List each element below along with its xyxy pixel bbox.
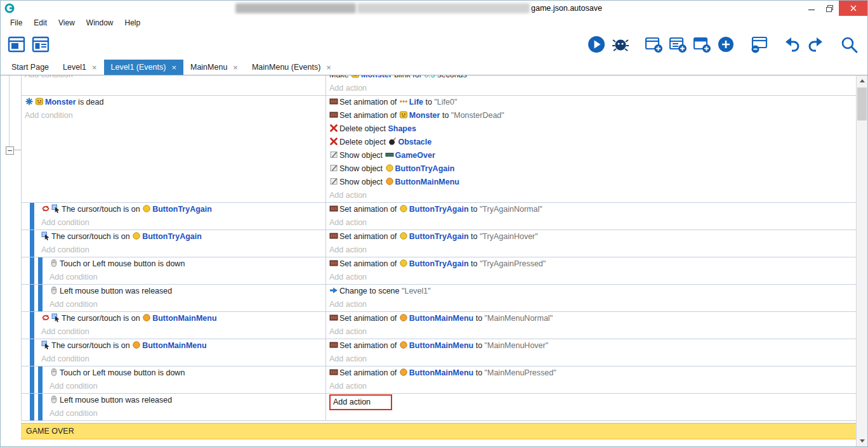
conditions-cell[interactable]: The cursor/touch is on ButtonTryAgainAdd…	[38, 203, 326, 230]
conditions-cell[interactable]: The cursor/touch is on ButtonTryAgainAdd…	[38, 230, 326, 257]
add-link[interactable]: Add condition	[49, 382, 98, 391]
event-line: Add action	[326, 271, 858, 284]
add-link[interactable]: Add action	[329, 245, 367, 254]
parameter-value: "TryAgainNormal"	[480, 205, 542, 214]
add-link[interactable]: Add action	[329, 382, 367, 391]
vertical-scrollbar[interactable]	[856, 75, 867, 446]
conditions-cell[interactable]: Touch or Left mouse button is downAdd co…	[46, 257, 326, 284]
scene-editor-icon[interactable]	[7, 35, 26, 54]
add-link[interactable]: Add condition	[49, 300, 98, 309]
subevent-indent-bar	[30, 339, 34, 366]
conditions-cell[interactable]: Left mouse button was releasedAdd condit…	[46, 285, 326, 311]
menu-window[interactable]: Window	[81, 18, 119, 27]
add-link[interactable]: Add action	[329, 327, 367, 336]
search-icon[interactable]	[839, 35, 858, 54]
add-link[interactable]: Add condition	[41, 245, 89, 254]
add-link[interactable]: Add action	[329, 218, 367, 227]
actions-cell[interactable]: Add action	[326, 394, 858, 420]
event-line: Left mouse button was released	[46, 285, 326, 298]
add-subevent-icon[interactable]	[668, 35, 687, 54]
add-comment-icon[interactable]	[692, 35, 711, 54]
conditions-cell[interactable]: Left mouse button was releasedAdd condit…	[46, 394, 326, 420]
add-link[interactable]: Add condition	[49, 409, 98, 418]
number-value: 0.5	[424, 75, 435, 79]
minimize-button[interactable]	[802, 1, 820, 16]
add-event-icon[interactable]	[644, 35, 663, 54]
close-tab-icon[interactable]: ×	[233, 63, 238, 72]
monster-icon	[35, 97, 45, 106]
undo-icon[interactable]	[782, 35, 801, 54]
scrollbar-thumb[interactable]	[857, 87, 867, 120]
tab-mainmenu-events[interactable]: MainMenu (Events) ×	[245, 60, 338, 75]
static-text: to	[473, 368, 484, 377]
actions-cell[interactable]: Set animation of ButtonMainMenu to "Main…	[326, 339, 858, 366]
tab-mainmenu[interactable]: MainMenu ×	[183, 60, 245, 75]
event-line: Set animation of ButtonMainMenu to "Main…	[326, 339, 858, 353]
actions-cell[interactable]: Set animation of ButtonMainMenu to "Main…	[326, 312, 858, 339]
scene-icon	[329, 286, 339, 295]
conditions-cell[interactable]: The cursor/touch is on ButtonMainMenuAdd…	[38, 312, 326, 339]
actions-cell[interactable]: Change to scene "Level1"Add action	[326, 285, 858, 311]
add-link[interactable]: Add condition	[25, 75, 73, 79]
add-link[interactable]: Add condition	[25, 111, 73, 120]
conditions-cell[interactable]: Monster is deadAdd condition	[22, 96, 326, 202]
close-tab-icon[interactable]: ×	[326, 63, 331, 72]
add-link[interactable]: Add condition	[49, 273, 98, 282]
add-link[interactable]: Add action	[329, 300, 367, 309]
mouse-icon	[49, 368, 60, 377]
event-row: Left mouse button was releasedAdd condit…	[22, 394, 858, 421]
collapse-event-icon[interactable]	[6, 146, 14, 155]
add-link[interactable]: Add action	[329, 354, 367, 363]
event-options-icon[interactable]	[749, 35, 768, 54]
add-link[interactable]: Add condition	[41, 218, 89, 227]
close-button[interactable]	[839, 1, 867, 16]
actions-cell[interactable]: Make Monster blink for 0.5 secondsAdd ac…	[326, 75, 858, 95]
event-line: Add action	[326, 298, 858, 311]
actions-cell[interactable]: Set animation of ButtonTryAgain to "TryA…	[326, 257, 858, 284]
menu-edit[interactable]: Edit	[28, 18, 53, 27]
tab-bar: Start Page Level1 × Level1 (Events) × Ma…	[1, 60, 867, 75]
close-tab-icon[interactable]: ×	[92, 63, 97, 72]
tab-level1[interactable]: Level1 ×	[56, 60, 103, 75]
object-name: Monster	[409, 111, 440, 120]
play-icon[interactable]	[587, 35, 606, 54]
scroll-down-icon[interactable]	[857, 436, 867, 446]
tab-start-page[interactable]: Start Page	[4, 60, 56, 75]
static-text: Set animation of	[339, 205, 399, 214]
event-line: Add condition	[46, 380, 326, 393]
add-object-icon[interactable]	[716, 35, 735, 54]
close-tab-icon[interactable]: ×	[171, 63, 176, 72]
gameover-icon	[385, 150, 395, 159]
event-line: The cursor/touch is on ButtonTryAgain	[38, 203, 326, 216]
add-link[interactable]: Add condition	[41, 354, 89, 363]
scroll-up-icon[interactable]	[857, 75, 867, 86]
comment-row[interactable]: GAME OVER	[21, 423, 858, 439]
menu-help[interactable]: Help	[119, 18, 147, 27]
add-action-link-highlighted[interactable]: Add action	[329, 394, 392, 410]
cursor-icon	[51, 204, 62, 213]
add-link[interactable]: Add condition	[41, 327, 89, 336]
events-editor-icon[interactable]	[31, 35, 50, 54]
debug-icon[interactable]	[611, 35, 630, 54]
static-text: Show object	[339, 151, 385, 160]
conditions-cell[interactable]: The cursor/touch is on ButtonMainMenuAdd…	[38, 339, 326, 366]
add-link[interactable]: Add action	[329, 191, 367, 200]
event-line: Show object ButtonMainMenu	[326, 176, 858, 189]
animation-icon	[329, 97, 339, 106]
actions-cell[interactable]: Set animation of Life to "Life0"Set anim…	[326, 96, 858, 202]
actions-cell[interactable]: Set animation of ButtonTryAgain to "TryA…	[326, 230, 858, 257]
add-link[interactable]: Add action	[329, 273, 367, 282]
event-row: Monster is deadAdd conditionSet animatio…	[22, 96, 858, 203]
redo-icon[interactable]	[806, 35, 825, 54]
restore-button[interactable]	[820, 1, 839, 16]
menu-view[interactable]: View	[53, 18, 81, 27]
conditions-cell[interactable]: Add condition	[22, 75, 326, 95]
actions-cell[interactable]: Set animation of ButtonMainMenu to "Main…	[326, 366, 858, 393]
menu-file[interactable]: File	[4, 18, 28, 27]
parameter-value: "TryAgainPressed"	[480, 259, 546, 268]
tab-level1-events[interactable]: Level1 (Events) ×	[104, 60, 183, 75]
static-text: Set animation of	[339, 111, 399, 120]
add-link[interactable]: Add action	[329, 84, 367, 93]
conditions-cell[interactable]: Touch or Left mouse button is downAdd co…	[46, 366, 326, 393]
actions-cell[interactable]: Set animation of ButtonTryAgain to "TryA…	[326, 203, 858, 230]
